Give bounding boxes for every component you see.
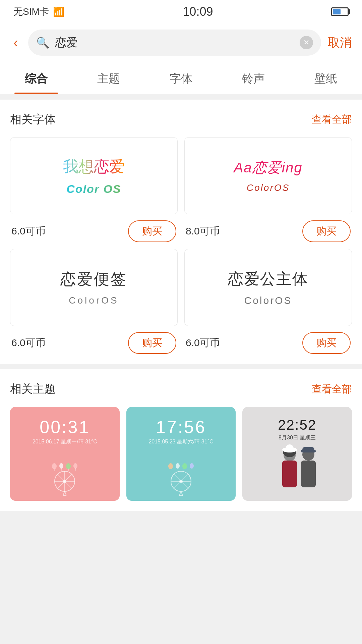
font2-preview-text2: ColorOS	[247, 182, 290, 193]
battery-icon	[331, 7, 349, 16]
font1-preview-text1: 我想恋爱	[63, 156, 125, 177]
font1-price: 6.0可币	[11, 224, 46, 238]
status-carrier-wifi: 无SIM卡 📶	[13, 5, 65, 18]
font3-purchase-row: 6.0可币 购买	[10, 332, 178, 354]
svg-line-15	[179, 491, 181, 495]
font1-preview-text2: Color OS	[66, 182, 121, 196]
status-time: 10:09	[183, 5, 213, 19]
font3-preview-text1: 恋爱便签	[60, 269, 127, 290]
theme2-icons	[131, 445, 231, 496]
font1-purchase-row: 6.0可币 购买	[10, 220, 178, 242]
search-bar: ‹ 🔍 恋爱 ✕ 取消	[0, 23, 362, 62]
tab-ringtone[interactable]: 铃声	[217, 62, 290, 94]
font4-purchase-row: 6.0可币 购买	[184, 332, 352, 354]
theme2-date: 2015.05.23 星期六/晴 31°C	[148, 438, 213, 445]
theme1-time: 00:31	[40, 417, 90, 437]
font3-buy-button[interactable]: 购买	[128, 332, 176, 354]
theme-section-more[interactable]: 查看全部	[312, 382, 352, 396]
svg-point-22	[286, 444, 294, 452]
theme-section-header: 相关主题 查看全部	[10, 381, 352, 397]
font2-buy-button[interactable]: 购买	[302, 220, 351, 242]
font-item-4: 恋爱公主体 ColorOS 6.0可币 购买	[184, 249, 352, 354]
font3-preview-text2: ColorOS	[69, 295, 119, 306]
font4-preview-text1: 恋爱公主体	[228, 269, 308, 289]
font1-buy-button[interactable]: 购买	[128, 220, 176, 242]
font-card-2[interactable]: Aa恋爱ing ColorOS	[184, 137, 352, 214]
theme-section: 相关主题 查看全部 00:31 2015.06.17 星期一/晴 31°C	[0, 369, 362, 511]
font4-buy-button[interactable]: 购买	[302, 332, 351, 354]
cancel-button[interactable]: 取消	[328, 35, 352, 51]
search-input-wrap[interactable]: 🔍 恋爱 ✕	[28, 30, 321, 56]
svg-rect-25	[301, 450, 316, 452]
theme1-date: 2015.06.17 星期一/晴 31°C	[33, 438, 97, 445]
theme-card-1[interactable]: 00:31 2015.06.17 星期一/晴 31°C	[10, 407, 120, 501]
svg-point-5	[63, 480, 66, 483]
theme2-time: 17:56	[156, 417, 206, 437]
font2-purchase-row: 8.0可币 购买	[184, 220, 352, 242]
font-item-2: Aa恋爱ing ColorOS 8.0可币 购买	[184, 137, 352, 242]
wifi-icon: 📶	[53, 6, 65, 17]
theme3-time: 22:52	[278, 417, 316, 433]
theme3-date: 8月30日 星期三	[279, 434, 316, 441]
theme2-balloons	[168, 463, 194, 469]
search-icon: 🔍	[36, 36, 50, 49]
font2-preview-text1: Aa恋爱ing	[234, 158, 302, 177]
font-item-1: 我想恋爱 Color OS 6.0可币 购买	[10, 137, 178, 242]
theme-section-title: 相关主题	[10, 381, 56, 397]
theme3-icons	[247, 441, 347, 496]
font-card-3[interactable]: 恋爱便签 ColorOS	[10, 249, 178, 326]
tab-theme[interactable]: 主题	[72, 62, 145, 94]
svg-line-6	[63, 491, 65, 495]
font-section-title: 相关字体	[10, 112, 56, 127]
font3-price: 6.0可币	[11, 336, 46, 350]
font-section-header: 相关字体 查看全部	[10, 112, 352, 127]
theme1-ferriswheel-icon	[51, 469, 78, 496]
font-card-1[interactable]: 我想恋爱 Color OS	[10, 137, 178, 214]
carrier-text: 无SIM卡	[13, 5, 49, 18]
svg-rect-20	[282, 461, 297, 487]
font4-preview-text2: ColorOS	[244, 295, 292, 306]
font2-price: 8.0可币	[186, 224, 220, 238]
font4-price: 6.0可币	[186, 336, 220, 350]
theme-grid: 00:31 2015.06.17 星期一/晴 31°C	[10, 407, 352, 501]
couple-silhouette-icon	[272, 442, 322, 496]
theme-card-3[interactable]: 22:52 8月30日 星期三	[242, 407, 352, 501]
svg-line-7	[65, 491, 66, 495]
font-item-3: 恋爱便签 ColorOS 6.0可币 购买	[10, 249, 178, 354]
font-section-more[interactable]: 查看全部	[312, 113, 352, 126]
theme1-balloons	[52, 463, 77, 469]
font-card-4[interactable]: 恋爱公主体 ColorOS	[184, 249, 352, 326]
theme1-icons	[15, 445, 115, 496]
clear-button[interactable]: ✕	[300, 36, 313, 49]
tab-wallpaper[interactable]: 壁纸	[290, 62, 362, 94]
svg-line-16	[181, 491, 183, 495]
font-section: 相关字体 查看全部 我想恋爱 Color OS 6.0可币 购买 Aa恋爱ing…	[0, 100, 362, 364]
status-bar: 无SIM卡 📶 10:09	[0, 0, 362, 23]
back-button[interactable]: ‹	[10, 35, 21, 51]
theme2-ferriswheel-icon	[168, 469, 194, 496]
tab-bar: 综合 主题 字体 铃声 壁纸	[0, 62, 362, 94]
font-grid: 我想恋爱 Color OS 6.0可币 购买 Aa恋爱ing ColorOS 8…	[10, 137, 352, 354]
tab-font[interactable]: 字体	[145, 62, 217, 94]
search-input[interactable]: 恋爱	[55, 35, 294, 50]
tab-comprehensive[interactable]: 综合	[0, 62, 72, 94]
theme-card-2[interactable]: 17:56 2015.05.23 星期六/晴 31°C	[126, 407, 236, 501]
status-battery	[331, 7, 349, 16]
svg-rect-26	[301, 461, 316, 487]
svg-point-14	[179, 480, 183, 483]
